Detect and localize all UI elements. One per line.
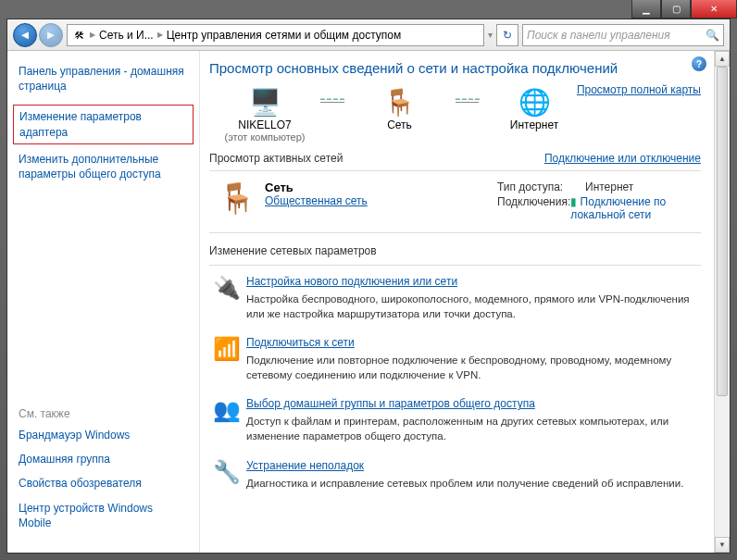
bench-icon: 🪑 bbox=[209, 180, 265, 223]
active-network-row: 🪑 Сеть Общественная сеть Тип доступа: Ин… bbox=[209, 175, 701, 229]
breadcrumb[interactable]: 🛠 ▶ Сеть и И... ▶ Центр управления сетям… bbox=[67, 24, 484, 46]
network-line bbox=[320, 102, 344, 103]
minimize-button[interactable]: ▁ bbox=[631, 0, 661, 19]
computer-icon: 🖥️ bbox=[209, 85, 320, 118]
node-sublabel: (этот компьютер) bbox=[209, 131, 320, 143]
nic-icon: ▮ bbox=[570, 195, 577, 208]
forward-button[interactable]: ► bbox=[39, 23, 63, 47]
help-icon[interactable]: ? bbox=[692, 56, 706, 71]
chevron-icon: ▶ bbox=[88, 31, 97, 39]
network-type-link[interactable]: Общественная сеть bbox=[265, 194, 368, 207]
refresh-button[interactable]: ↻ bbox=[496, 24, 518, 46]
connections-label: Подключения: bbox=[497, 195, 570, 221]
task-connect-to-network: 📶 Подключиться к сети Подключение или по… bbox=[209, 330, 701, 392]
chevron-icon: ▶ bbox=[156, 31, 165, 39]
sidebar-advanced-sharing[interactable]: Изменить дополнительные параметры общего… bbox=[19, 152, 188, 181]
connect-icon: 📶 bbox=[213, 336, 246, 382]
sidebar-adapter-settings[interactable]: Изменение параметров адаптера bbox=[13, 105, 194, 143]
sidebar-internet-options[interactable]: Свойства обозревателя bbox=[19, 476, 188, 491]
new-connection-icon: 🔌 bbox=[213, 275, 246, 321]
sidebar-homegroup[interactable]: Домашняя группа bbox=[19, 452, 188, 467]
node-internet: 🌐 Интернет bbox=[479, 85, 590, 131]
network-name: Сеть bbox=[265, 180, 497, 194]
access-type-value: Интернет bbox=[585, 180, 633, 193]
task-desc: Доступ к файлам и принтерам, расположенн… bbox=[246, 414, 701, 443]
homegroup-icon: 👥 bbox=[213, 397, 246, 443]
task-link[interactable]: Устранение неполадок bbox=[246, 459, 364, 472]
task-desc: Диагностика и исправление сетевых пробле… bbox=[246, 476, 701, 491]
node-label: Сеть bbox=[344, 118, 456, 131]
task-new-connection: 🔌 Настройка нового подключения или сети … bbox=[209, 269, 701, 330]
task-troubleshoot: 🔧 Устранение неполадок Диагностика и исп… bbox=[209, 454, 701, 500]
node-label: NIKELLO7 bbox=[209, 118, 320, 131]
vertical-scrollbar[interactable]: ▲ ▼ bbox=[714, 51, 730, 553]
scroll-track[interactable] bbox=[715, 67, 730, 537]
see-also-label: См. также bbox=[19, 407, 188, 420]
sidebar-firewall[interactable]: Брандмауэр Windows bbox=[19, 428, 188, 442]
node-label: Интернет bbox=[479, 118, 590, 131]
sidebar-windows-mobile[interactable]: Центр устройств Windows Mobile bbox=[19, 501, 188, 530]
titlebar: ▁ ▢ ✕ bbox=[6, 0, 737, 19]
task-link[interactable]: Подключиться к сети bbox=[246, 336, 355, 349]
access-type-label: Тип доступа: bbox=[497, 180, 585, 193]
search-icon: 🔍 bbox=[706, 29, 719, 42]
node-this-pc: 🖥️ NIKELLO7 (этот компьютер) bbox=[209, 85, 320, 143]
sidebar: Панель управления - домашняя страница Из… bbox=[7, 51, 200, 553]
bench-icon: 🪑 bbox=[344, 85, 456, 118]
connection-link[interactable]: Подключение по локальной сети bbox=[570, 195, 666, 221]
change-settings-header: Изменение сетевых параметров bbox=[209, 244, 701, 257]
task-homegroup-sharing: 👥 Выбор домашней группы и параметров общ… bbox=[209, 392, 701, 453]
sidebar-home[interactable]: Панель управления - домашняя страница bbox=[19, 64, 188, 93]
scroll-up-button[interactable]: ▲ bbox=[715, 51, 730, 67]
search-placeholder: Поиск в панели управления bbox=[527, 29, 670, 42]
task-desc: Подключение или повторное подключение к … bbox=[246, 353, 701, 382]
task-link[interactable]: Выбор домашней группы и параметров общег… bbox=[246, 397, 535, 410]
breadcrumb-segment[interactable]: Центр управления сетями и общим доступом bbox=[167, 29, 402, 42]
address-bar: ◄ ► 🛠 ▶ Сеть и И... ▶ Центр управления с… bbox=[7, 19, 730, 51]
network-line bbox=[456, 102, 480, 103]
scroll-down-button[interactable]: ▼ bbox=[715, 537, 730, 553]
globe-icon: 🌐 bbox=[479, 85, 590, 118]
connect-disconnect-link[interactable]: Подключение или отключение bbox=[544, 152, 701, 165]
node-network: 🪑 Сеть bbox=[344, 85, 456, 131]
task-desc: Настройка беспроводного, широкополосного… bbox=[246, 292, 701, 321]
task-link[interactable]: Настройка нового подключения или сети bbox=[246, 275, 457, 288]
troubleshoot-icon: 🔧 bbox=[213, 459, 246, 491]
back-button[interactable]: ◄ bbox=[13, 23, 37, 47]
explorer-shell: ◄ ► 🛠 ▶ Сеть и И... ▶ Центр управления с… bbox=[6, 19, 731, 554]
control-panel-icon: 🛠 bbox=[71, 28, 86, 43]
main-content: ? Просмотр основных сведений о сети и на… bbox=[200, 51, 714, 553]
window-frame: ▁ ▢ ✕ ◄ ► 🛠 ▶ Сеть и И... ▶ Центр управл… bbox=[0, 0, 737, 560]
network-map: 🖥️ NIKELLO7 (этот компьютер) 🪑 Сеть 🌐 bbox=[209, 85, 701, 143]
scroll-thumb[interactable] bbox=[717, 67, 728, 396]
breadcrumb-segment[interactable]: Сеть и И... bbox=[99, 29, 154, 42]
search-input[interactable]: Поиск в панели управления 🔍 bbox=[522, 24, 724, 46]
active-networks-label: Просмотр активных сетей bbox=[209, 152, 343, 165]
close-button[interactable]: ✕ bbox=[691, 0, 737, 19]
maximize-button[interactable]: ▢ bbox=[661, 0, 691, 19]
page-title: Просмотр основных сведений о сети и наст… bbox=[209, 60, 701, 76]
